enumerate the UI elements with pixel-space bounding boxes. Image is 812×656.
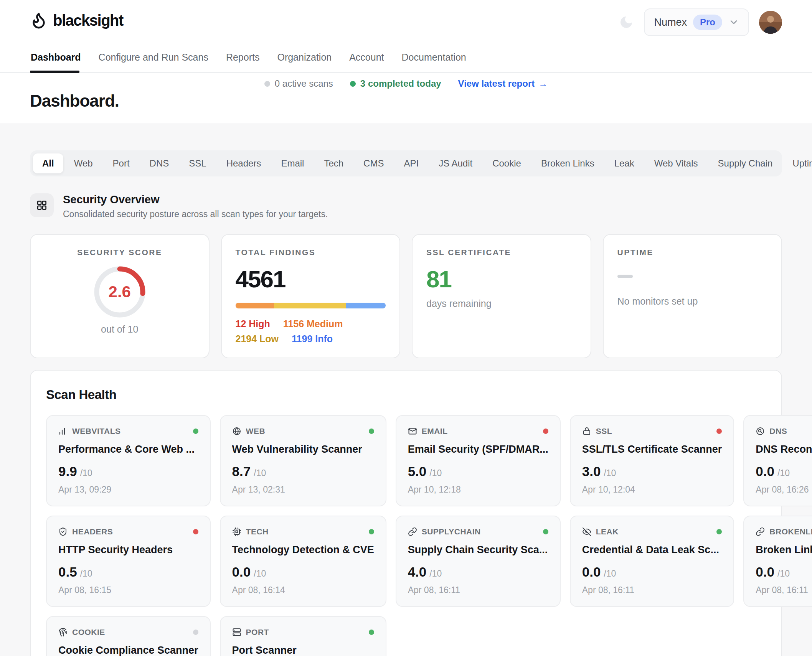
scan-score-value: 9.9 xyxy=(58,464,77,479)
scan-title: Email Security (SPF/DMAR... xyxy=(408,443,548,455)
scan-card-headers[interactable]: HEADERSHTTP Security Headers0.5/10Apr 08… xyxy=(46,516,211,607)
scan-type-label: SUPPLYCHAIN xyxy=(422,527,538,536)
org-name: Numex xyxy=(654,16,687,28)
chevron-down-icon xyxy=(728,17,739,28)
severity-count: 2194 Low xyxy=(236,333,279,344)
nav-item-configure-and-run-scans[interactable]: Configure and Run Scans xyxy=(98,45,209,72)
avatar[interactable] xyxy=(759,11,782,34)
active-scans-status: 0 active scans xyxy=(264,78,333,89)
filter-pill-tech[interactable]: Tech xyxy=(315,153,353,173)
severity-count: 1156 Medium xyxy=(283,318,343,330)
filter-pill-cms[interactable]: CMS xyxy=(354,153,393,173)
mail-icon xyxy=(408,427,417,436)
server-icon xyxy=(232,628,241,637)
main-nav: DashboardConfigure and Run ScansReportsO… xyxy=(0,45,812,73)
uptime-card: UPTIME No monitors set up xyxy=(603,234,782,358)
filter-pill-supply-chain[interactable]: Supply Chain xyxy=(709,153,782,173)
grid-icon xyxy=(30,193,54,217)
scan-title: Performance & Core Web ... xyxy=(58,443,198,455)
scan-title: DNS Reconnaissance xyxy=(756,443,812,455)
scan-score-suffix: /10 xyxy=(777,569,790,579)
page-title: Dashboard. xyxy=(30,91,119,110)
scan-card-email[interactable]: EMAILEmail Security (SPF/DMAR...5.0/10Ap… xyxy=(396,415,561,506)
scan-title: HTTP Security Headers xyxy=(58,544,198,556)
scan-type-filter: AllWebPortDNSSSLHeadersEmailTechCMSAPIJS… xyxy=(30,150,782,176)
nav-item-reports[interactable]: Reports xyxy=(225,45,261,72)
ssl-days-caption: days remaining xyxy=(426,298,577,309)
severity-bar-segment xyxy=(346,303,386,308)
org-switcher[interactable]: Numex Pro xyxy=(644,8,749,36)
scan-date: Apr 08, 16:11 xyxy=(408,585,548,595)
nav-item-organization[interactable]: Organization xyxy=(276,45,332,72)
filter-pill-api[interactable]: API xyxy=(394,153,428,173)
scan-score-value: 4.0 xyxy=(408,564,427,580)
filter-pill-uptime[interactable]: Uptime xyxy=(783,153,812,173)
filter-pill-headers[interactable]: Headers xyxy=(217,153,271,173)
severity-bar xyxy=(236,303,386,308)
uptime-empty-dash xyxy=(617,275,633,278)
nav-item-account[interactable]: Account xyxy=(348,45,385,72)
nav-item-documentation[interactable]: Documentation xyxy=(401,45,467,72)
cpu-icon xyxy=(232,527,241,536)
filter-pill-web[interactable]: Web xyxy=(65,153,102,173)
scan-card-web[interactable]: WEBWeb Vulnerability Scanner8.7/10Apr 13… xyxy=(220,415,386,506)
fingerprint-icon xyxy=(58,628,68,637)
scan-card-cookie[interactable]: COOKIECookie Compliance Scanner0.0/10Apr… xyxy=(46,616,211,656)
search-circle-icon xyxy=(756,427,765,436)
security-score-caption: out of 10 xyxy=(45,324,195,335)
scan-card-tech[interactable]: TECHTechnology Detection & CVE0.0/10Apr … xyxy=(220,516,386,607)
completed-today-status: 3 completed today xyxy=(350,78,441,89)
filter-pill-all[interactable]: All xyxy=(33,153,63,173)
nav-item-dashboard[interactable]: Dashboard xyxy=(30,45,82,72)
section-subtitle: Consolidated security posture across all… xyxy=(63,209,328,219)
status-dot-green xyxy=(543,529,548,534)
status-dot-green xyxy=(369,429,374,434)
active-scans-dot xyxy=(264,81,270,87)
filter-pill-cookie[interactable]: Cookie xyxy=(483,153,530,173)
total-findings-card: TOTAL FINDINGS 4561 12 High1156 Medium21… xyxy=(221,234,401,358)
scan-title: Cookie Compliance Scanner xyxy=(58,644,198,656)
scan-score-value: 3.0 xyxy=(582,464,601,479)
scan-type-label: SSL xyxy=(596,427,712,436)
scan-card-webvitals[interactable]: WEBVITALSPerformance & Core Web ...9.9/1… xyxy=(46,415,211,506)
scan-type-label: TECH xyxy=(246,527,364,536)
moon-icon[interactable] xyxy=(619,15,634,30)
filter-pill-dns[interactable]: DNS xyxy=(140,153,178,173)
link-icon xyxy=(408,527,417,536)
scan-card-leak[interactable]: LEAKCredential & Data Leak Sc...0.0/10Ap… xyxy=(570,516,734,607)
scan-type-label: WEB xyxy=(246,427,364,436)
status-dot-green xyxy=(369,529,374,534)
severity-bar-segment xyxy=(274,303,346,308)
filter-pill-web-vitals[interactable]: Web Vitals xyxy=(645,153,707,173)
scan-card-brokenlinks[interactable]: BROKENLINKSBroken Link Checker0.0/10Apr … xyxy=(743,516,812,607)
scan-score-value: 5.0 xyxy=(408,464,427,479)
scan-type-label: LEAK xyxy=(596,527,712,536)
globe-icon xyxy=(232,427,241,436)
scan-card-supplychain[interactable]: SUPPLYCHAINSupply Chain Security Sca...4… xyxy=(396,516,561,607)
scan-title: Credential & Data Leak Sc... xyxy=(582,544,722,556)
status-dot-red xyxy=(543,429,548,434)
filter-pill-leak[interactable]: Leak xyxy=(605,153,644,173)
ssl-certificate-label: SSL CERTIFICATE xyxy=(426,248,577,257)
view-latest-report-link[interactable]: View latest report → xyxy=(458,78,548,89)
scan-date: Apr 10, 12:04 xyxy=(582,485,722,495)
scan-score-suffix: /10 xyxy=(80,468,92,478)
scan-date: Apr 13, 09:29 xyxy=(58,485,198,495)
filter-pill-port[interactable]: Port xyxy=(104,153,139,173)
scan-score-suffix: /10 xyxy=(254,569,266,579)
security-score-card: SECURITY SCORE 2.6 out of 10 xyxy=(30,234,210,358)
filter-pill-broken-links[interactable]: Broken Links xyxy=(532,153,604,173)
scan-score-suffix: /10 xyxy=(429,468,442,478)
status-dot-green xyxy=(369,630,374,635)
scan-health-grid: WEBVITALSPerformance & Core Web ...9.9/1… xyxy=(46,415,766,656)
scan-score-suffix: /10 xyxy=(777,468,790,478)
scan-card-port[interactable]: PORTPort Scanner0.0/10Apr 08, 16:10 xyxy=(220,616,386,656)
scan-card-ssl[interactable]: SSLSSL/TLS Certificate Scanner3.0/10Apr … xyxy=(570,415,734,506)
ssl-days-value: 81 xyxy=(426,265,577,293)
filter-pill-ssl[interactable]: SSL xyxy=(180,153,215,173)
total-findings-label: TOTAL FINDINGS xyxy=(236,248,386,257)
scan-card-dns[interactable]: DNSDNS Reconnaissance0.0/10Apr 08, 16:26 xyxy=(743,415,812,506)
security-score-label: SECURITY SCORE xyxy=(45,248,195,257)
filter-pill-js-audit[interactable]: JS Audit xyxy=(429,153,482,173)
filter-pill-email[interactable]: Email xyxy=(272,153,313,173)
